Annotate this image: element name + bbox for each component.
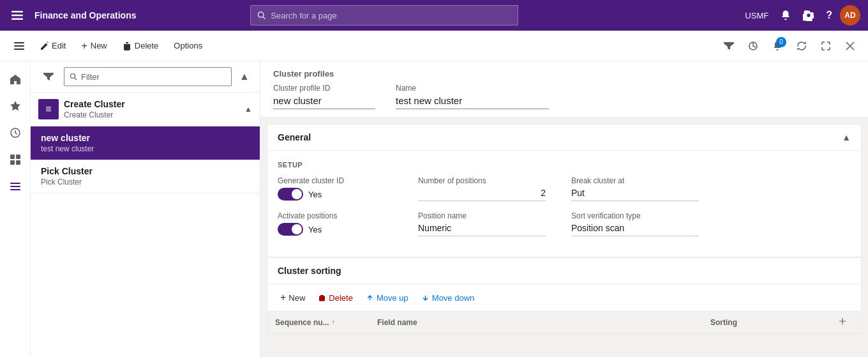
- cluster-name-value[interactable]: test new cluster: [396, 95, 549, 109]
- group-create-cluster-header[interactable]: ≡ Create Cluster Create Cluster ▲: [31, 93, 260, 126]
- cluster-sorting-section-header[interactable]: Cluster sorting: [267, 258, 861, 284]
- setup-label: SETUP: [278, 161, 851, 169]
- general-section-header[interactable]: General ▲: [267, 125, 861, 151]
- svg-rect-14: [16, 160, 20, 165]
- sorting-move-up-button[interactable]: Move up: [361, 290, 414, 306]
- settings-button[interactable]: [799, 6, 818, 25]
- activate-positions-group: Activate positions Yes: [278, 211, 393, 236]
- number-of-positions-label: Number of positions: [418, 176, 546, 185]
- sorting-new-button[interactable]: + New: [275, 289, 310, 306]
- svg-rect-6: [14, 45, 24, 47]
- group-subtitle: Create Cluster: [64, 110, 239, 119]
- sorting-move-down-button[interactable]: Move down: [416, 290, 479, 306]
- global-search-input[interactable]: [271, 11, 511, 20]
- expand-icon[interactable]: [816, 36, 836, 56]
- list-item-subtitle: test new cluster: [41, 144, 252, 153]
- view-icon[interactable]: [743, 36, 763, 56]
- svg-point-18: [71, 74, 75, 79]
- filter-toggle-icon[interactable]: [719, 36, 739, 56]
- sorting-delete-button[interactable]: Delete: [313, 290, 358, 306]
- detail-section-title: Cluster profiles: [273, 69, 855, 79]
- generate-cluster-id-switch[interactable]: [278, 188, 303, 201]
- app-title: Finance and Operations: [34, 10, 136, 20]
- cluster-name-group: Name test new cluster: [396, 84, 549, 109]
- svg-rect-1: [11, 15, 23, 17]
- col-field-header[interactable]: Field name: [377, 318, 710, 327]
- cluster-profile-id-value[interactable]: new cluster: [273, 95, 375, 109]
- cluster-profile-id-group: Cluster profile ID new cluster: [273, 84, 375, 109]
- favorites-icon[interactable]: [3, 93, 28, 119]
- svg-rect-15: [10, 183, 20, 184]
- list-panel: Filter ▲ ≡ Create Cluster Create Cluster…: [31, 61, 260, 357]
- region-selector[interactable]: USMF: [741, 8, 772, 23]
- activate-positions-label: Activate positions: [278, 211, 393, 220]
- position-name-value[interactable]: Numeric: [418, 223, 546, 236]
- generate-cluster-id-value: Yes: [308, 190, 322, 199]
- pick-cluster-subtitle: Pick Cluster: [41, 178, 252, 186]
- notifications-button[interactable]: [776, 6, 795, 25]
- delete-button[interactable]: Delete: [116, 37, 165, 54]
- general-fields-row-1: Generate cluster ID Yes Number of positi…: [278, 176, 851, 201]
- panel-collapse-button[interactable]: ▲: [237, 69, 252, 84]
- sorting-toolbar: + New Delete: [267, 284, 861, 312]
- svg-rect-7: [14, 49, 24, 50]
- svg-rect-8: [126, 42, 128, 43]
- break-cluster-at-group: Break cluster at Put: [571, 176, 699, 201]
- list-item-title: new cluster: [41, 133, 252, 143]
- generate-cluster-id-toggle[interactable]: Yes: [278, 188, 393, 201]
- page-toolbar: Edit + New Delete Options 0: [0, 31, 868, 61]
- col-sorting-header[interactable]: Sorting: [710, 318, 838, 327]
- sidebar-icons: [0, 61, 31, 357]
- app-menu-button[interactable]: [8, 6, 27, 25]
- list-item-pick-cluster[interactable]: Pick Cluster Pick Cluster: [31, 160, 260, 193]
- new-button[interactable]: + New: [75, 37, 113, 55]
- detail-wrapper: General ▲ SETUP Generate cluster ID: [260, 118, 868, 357]
- general-chevron-icon[interactable]: ▲: [842, 132, 851, 142]
- svg-rect-2: [11, 19, 23, 20]
- hamburger-menu[interactable]: [8, 37, 31, 55]
- global-search-box[interactable]: [250, 5, 518, 26]
- detail-scroll-area[interactable]: General ▲ SETUP Generate cluster ID: [260, 118, 868, 357]
- recent-icon[interactable]: [3, 120, 28, 146]
- detail-fields: Cluster profile ID new cluster Name test…: [273, 84, 855, 117]
- general-section-card: General ▲ SETUP Generate cluster ID: [267, 124, 862, 257]
- svg-line-4: [263, 17, 265, 19]
- svg-rect-13: [10, 160, 15, 165]
- top-navbar: Finance and Operations USMF ? AD: [0, 0, 868, 31]
- break-cluster-at-value[interactable]: Put: [571, 188, 699, 201]
- svg-rect-16: [10, 186, 20, 187]
- detail-panel: Cluster profiles Cluster profile ID new …: [260, 61, 868, 357]
- edit-button[interactable]: Edit: [33, 37, 72, 54]
- filter-icon[interactable]: [38, 66, 59, 87]
- refresh-icon[interactable]: [791, 36, 812, 56]
- main-layout: Filter ▲ ≡ Create Cluster Create Cluster…: [0, 61, 868, 357]
- user-avatar[interactable]: AD: [840, 5, 860, 26]
- filter-input-box[interactable]: Filter: [64, 67, 232, 86]
- number-of-positions-value[interactable]: 2: [418, 188, 546, 201]
- svg-rect-5: [14, 42, 24, 43]
- list-panel-header: Filter ▲: [31, 61, 260, 93]
- col-sequence-header[interactable]: Sequence nu... ↑: [275, 318, 377, 327]
- close-icon[interactable]: [840, 36, 860, 56]
- filter-placeholder: Filter: [81, 72, 100, 82]
- group-chevron-icon[interactable]: ▲: [244, 105, 252, 114]
- general-section-title: General: [278, 132, 842, 142]
- svg-rect-12: [16, 155, 20, 159]
- sort-verification-type-label: Sort verification type: [571, 211, 699, 220]
- list-icon[interactable]: [3, 174, 28, 199]
- detail-content: General ▲ SETUP Generate cluster ID: [260, 118, 868, 340]
- sort-arrow-up-icon: ↑: [332, 319, 335, 326]
- activate-positions-toggle[interactable]: Yes: [278, 223, 393, 236]
- number-of-positions-group: Number of positions 2: [418, 176, 546, 201]
- options-button[interactable]: Options: [167, 37, 209, 54]
- home-icon[interactable]: [3, 66, 28, 92]
- toolbar-right-actions: 0: [719, 36, 860, 56]
- sort-verification-type-value[interactable]: Position scan: [571, 223, 699, 236]
- list-item-new-cluster[interactable]: new cluster test new cluster: [31, 126, 260, 160]
- sorting-table-header: Sequence nu... ↑ Field name Sorting: [267, 312, 861, 333]
- workspaces-icon[interactable]: [3, 147, 28, 172]
- help-button[interactable]: ?: [822, 6, 836, 25]
- group-create-cluster: ≡ Create Cluster Create Cluster ▲: [31, 93, 260, 126]
- activate-positions-switch[interactable]: [278, 223, 303, 236]
- notification-icon[interactable]: 0: [767, 36, 788, 56]
